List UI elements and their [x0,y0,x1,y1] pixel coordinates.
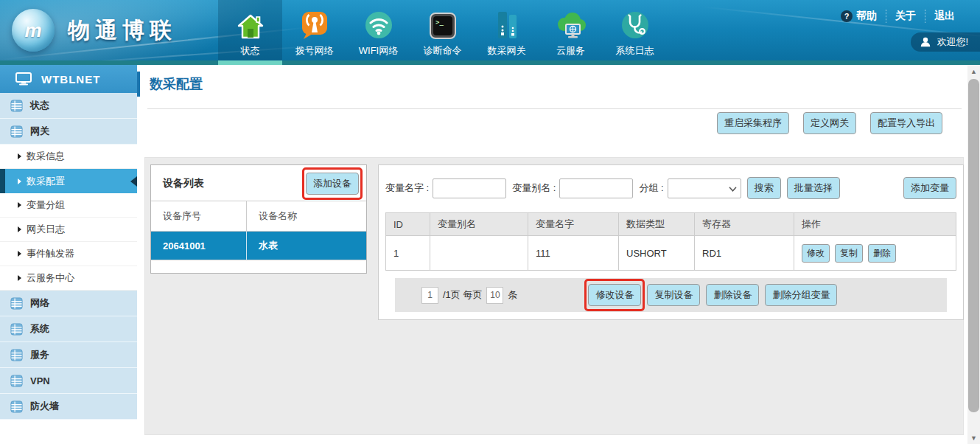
delete-device-button[interactable]: 删除设备 [706,284,759,306]
group-select[interactable] [668,178,741,198]
edit-device-button[interactable]: 修改设备 [588,284,641,306]
sidebar-item-data-config[interactable]: 数采配置 [0,169,137,193]
nav-item-dialup-network[interactable]: 拨号网络 [282,0,346,65]
nav-label: WIFI网络 [359,44,398,58]
device-name: WTBLNET [41,73,100,86]
page-size-input[interactable] [486,287,503,304]
column-header: ID [386,213,430,235]
config-import-export-button[interactable]: 配置导入导出 [870,112,942,134]
copy-row-button[interactable]: 复制 [835,244,863,263]
column-header: 变量别名 [430,213,528,235]
nav-item-system-log[interactable]: 系统日志 [603,0,667,65]
variable-register: RD1 [694,236,794,270]
list-icon [10,349,23,361]
help-link[interactable]: ? 帮助 [832,10,886,23]
delete-group-vars-button[interactable]: 删除分组变量 [765,284,837,306]
device-list-title: 设备列表 [163,165,204,201]
copy-device-button[interactable]: 复制设备 [647,284,700,306]
page-number-input[interactable] [421,287,438,304]
sidebar: WTBLNET 状态 网关 数采信息 数采配置 变量分组 网关日志 事件触发器 … [0,65,137,444]
sidebar-item-gateway[interactable]: 网关 [0,119,137,145]
sidebar-item-data-info[interactable]: 数采信息 [0,145,137,169]
sidebar-item-cloud-center[interactable]: 云服务中心 [0,266,137,291]
sidebar-item-gateway-log[interactable]: 网关日志 [0,218,137,242]
list-icon [10,323,23,336]
variable-alias-input[interactable] [559,178,633,198]
device-row-empty [151,260,366,273]
nav-item-wifi-network[interactable]: WIFI网络 [346,0,410,65]
sidebar-item-service[interactable]: 服务 [0,342,137,368]
device-list-card: 设备列表 添加设备 设备序号 设备名称 20641001 水表 [150,164,367,274]
pagination-bar: /1页 每页 条 修改设备 复制设备 删除设备 删除分组变量 [395,278,947,312]
define-gateway-button[interactable]: 定义网关 [803,112,856,134]
add-device-button[interactable]: 添加设备 [306,173,359,195]
list-icon [10,375,23,387]
caret-right-icon [18,226,21,232]
sidebar-item-network[interactable]: 网络 [0,291,137,316]
batch-select-button[interactable]: 批量选择 [787,177,840,199]
sidebar-item-vpn[interactable]: VPN [0,368,137,394]
sidebar-item-event-trigger[interactable]: 事件触发器 [0,242,137,266]
column-header: 设备名称 [247,201,366,231]
page-size-unit: 条 [508,288,517,302]
device-table-header: 设备序号 设备名称 [151,201,366,232]
variable-row: 1 111 USHORT RD1 修改 复制 删除 [385,236,956,271]
globe-logo-icon: m [12,9,55,52]
monitor-icon [15,72,32,86]
nav-label: 系统日志 [616,44,654,58]
column-header: 变量名字 [528,213,618,235]
welcome-badge[interactable]: 欢迎您! [911,32,980,52]
list-icon [10,125,23,138]
device-action-buttons: 修改设备 复制设备 删除设备 删除分组变量 [588,284,837,306]
vertical-scrollbar[interactable]: ▲ ▼ [967,65,980,444]
terminal-icon: >_ [429,6,457,40]
edit-row-button[interactable]: 修改 [802,244,830,263]
nav-item-data-gateway[interactable]: 数采网关 [475,0,539,65]
header-links: ? 帮助 关于 退出 [832,10,964,23]
nav-item-cloud-service[interactable]: 云服务 [539,0,603,65]
caret-right-icon [18,202,21,208]
nav-item-diagnostic-command[interactable]: >_ 诊断命令 [410,0,475,65]
dialup-network-icon [300,6,329,40]
about-link[interactable]: 关于 [886,10,925,23]
restart-collector-button[interactable]: 重启采集程序 [717,112,789,134]
main-content: 数采配置 重启采集程序 定义网关 配置导入导出 设备列表 添加设备 设备序号 设… [137,65,967,444]
chevron-down-icon [729,185,737,193]
variable-name-input[interactable] [433,178,506,198]
page-toolbar: 重启采集程序 定义网关 配置导入导出 [717,112,942,134]
nav-label: 云服务 [556,44,585,58]
variable-card: 变量名字 : 变量别名 : 分组 : 搜索 批量选择 添加变量 [378,164,964,320]
search-button[interactable]: 搜索 [747,177,781,199]
scroll-up-arrow-icon[interactable]: ▲ [967,68,980,75]
sidebar-device-header: WTBLNET [0,65,137,93]
logout-link[interactable]: 退出 [925,10,964,23]
nav-label: 状态 [241,44,260,58]
cloud-service-icon [554,6,588,40]
column-header: 数据类型 [618,213,694,235]
variable-id: 1 [386,236,430,270]
help-icon: ? [841,10,853,22]
config-panel: 设备列表 添加设备 设备序号 设备名称 20641001 水表 [144,157,964,435]
syslog-icon [620,6,650,40]
user-icon [920,36,931,48]
sidebar-item-variable-group[interactable]: 变量分组 [0,193,137,218]
device-list-header: 设备列表 添加设备 [151,165,366,201]
scrollbar-thumb[interactable] [968,79,979,412]
variable-alias-label: 变量别名 : [512,181,556,195]
sidebar-item-system[interactable]: 系统 [0,316,137,342]
caret-right-icon [18,275,21,281]
scroll-down-arrow-icon[interactable]: ▼ [967,434,980,442]
brand-name: 物通博联 [68,15,177,46]
sidebar-item-firewall[interactable]: 防火墙 [0,394,137,420]
device-row-selected[interactable]: 20641001 水表 [151,232,366,260]
wifi-icon [364,6,393,40]
page: m 物通博联 状态 [0,0,980,444]
add-variable-button[interactable]: 添加变量 [903,177,956,199]
nav-label: 拨号网络 [295,44,334,58]
sidebar-item-status[interactable]: 状态 [0,93,137,119]
home-icon [237,6,265,40]
caret-right-icon [18,178,21,184]
brand-logo: m 物通博联 [12,9,177,52]
delete-row-button[interactable]: 删除 [868,244,896,263]
nav-item-status[interactable]: 状态 [218,0,282,65]
